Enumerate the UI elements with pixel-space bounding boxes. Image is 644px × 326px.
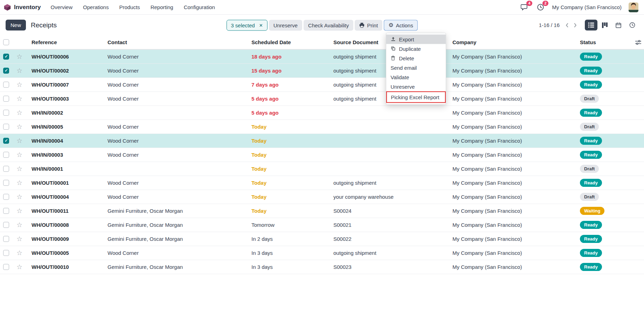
list-row[interactable]: ☆ WH/OUT/00009 Gemini Furniture, Oscar M… (0, 232, 644, 246)
selection-pill[interactable]: 3 selected ✕ (226, 20, 267, 30)
activities-button[interactable]: 2 (536, 3, 545, 12)
company-cell: My Company (San Francisco) (448, 166, 575, 172)
list-row[interactable]: ☆ WH/OUT/00003 Wood Corner 5 days ago ou… (0, 91, 644, 106)
select-all-checkbox[interactable] (3, 39, 9, 45)
activity-view-button[interactable] (626, 20, 638, 30)
list-row[interactable]: ☆ WH/OUT/00007 Wood Corner 7 days ago ou… (0, 77, 644, 91)
actions-menu-item[interactable]: Send email (386, 63, 446, 72)
row-checkbox[interactable] (3, 236, 9, 242)
list-row[interactable]: ☆ WH/OUT/00002 Wood Corner 15 days ago o… (0, 63, 644, 77)
contact-cell: Wood Corner (103, 180, 247, 186)
favorite-star-icon[interactable]: ☆ (16, 109, 22, 116)
list-row[interactable]: ☆ WH/IN/00002 5 days ago My Company (San… (0, 106, 644, 120)
list-row[interactable]: ☆ WH/OUT/00001 Wood Corner Today outgoin… (0, 176, 644, 190)
receipts-list: Reference Contact Scheduled Date Source … (0, 35, 644, 274)
list-row[interactable]: ☆ WH/OUT/00005 Wood Corner In 3 days out… (0, 246, 644, 260)
favorite-star-icon[interactable]: ☆ (16, 193, 22, 200)
status-badge: Ready (580, 151, 602, 159)
favorite-star-icon[interactable]: ☆ (16, 264, 22, 270)
column-header-company[interactable]: Company (448, 39, 575, 45)
list-view-button[interactable] (585, 20, 597, 30)
actions-menu-item[interactable]: Delete (386, 53, 446, 63)
adjust-columns-icon[interactable] (635, 40, 644, 45)
row-checkbox[interactable] (3, 222, 9, 228)
scheduled-date-cell: 5 days ago (247, 96, 328, 102)
favorite-star-icon[interactable]: ☆ (16, 179, 22, 186)
calendar-view-button[interactable] (612, 20, 625, 30)
unreserve-button[interactable]: Unreserve (269, 20, 302, 30)
actions-menu-item[interactable]: Export (386, 34, 446, 44)
list-row[interactable]: ☆ WH/OUT/00004 Wood Corner Today your co… (0, 190, 644, 204)
favorite-star-icon[interactable]: ☆ (16, 222, 22, 228)
print-button[interactable]: Print (355, 20, 382, 30)
nav-menu-item[interactable]: Configuration (180, 2, 219, 12)
row-checkbox[interactable] (3, 250, 9, 256)
favorite-star-icon[interactable]: ☆ (16, 95, 22, 102)
actions-menu-item[interactable]: Picking Excel Report (386, 91, 446, 103)
row-checkbox[interactable] (3, 82, 9, 88)
favorite-star-icon[interactable]: ☆ (16, 123, 22, 130)
status-badge: Ready (580, 249, 602, 257)
app-name[interactable]: Inventory (14, 4, 41, 11)
column-header-status[interactable]: Status (575, 39, 635, 45)
actions-button[interactable]: ⚙ Actions (384, 20, 418, 30)
actions-menu-item[interactable]: Duplicate (386, 44, 446, 53)
user-avatar[interactable] (629, 2, 638, 12)
actions-menu-item[interactable]: Unreserve (386, 82, 446, 91)
row-checkbox[interactable] (3, 264, 9, 270)
favorite-star-icon[interactable]: ☆ (16, 208, 22, 214)
favorite-star-icon[interactable]: ☆ (16, 81, 22, 88)
nav-menu-item[interactable]: Operations (79, 2, 112, 12)
row-checkbox[interactable] (3, 96, 9, 102)
row-checkbox[interactable] (3, 138, 9, 144)
list-row[interactable]: ☆ WH/IN/00001 Today My Company (San Fran… (0, 162, 644, 176)
list-row[interactable]: ☆ WH/IN/00004 Wood Corner Today My Compa… (0, 134, 644, 148)
favorite-star-icon[interactable]: ☆ (16, 165, 22, 172)
nav-menu-item[interactable]: Overview (47, 2, 76, 12)
row-checkbox[interactable] (3, 110, 9, 116)
favorite-star-icon[interactable]: ☆ (16, 250, 22, 256)
messages-button[interactable]: 4 (520, 3, 529, 12)
new-button[interactable]: New (6, 20, 26, 30)
contact-cell: Gemini Furniture, Oscar Morgan (103, 208, 247, 214)
list-row[interactable]: ☆ WH/IN/00003 Wood Corner Today My Compa… (0, 148, 644, 162)
row-checkbox[interactable] (3, 68, 9, 74)
row-checkbox[interactable] (3, 194, 9, 200)
nav-menu-item[interactable]: Reporting (147, 2, 177, 12)
contact-cell: Gemini Furniture, Oscar Morgan (103, 264, 247, 270)
actions-menu-item[interactable]: Validate (386, 72, 446, 82)
row-checkbox[interactable] (3, 152, 9, 158)
pager-next-button[interactable] (571, 21, 579, 29)
column-header-scheduled-date[interactable]: Scheduled Date (247, 39, 328, 45)
column-header-contact[interactable]: Contact (103, 39, 247, 45)
list-row[interactable]: ☆ WH/OUT/00011 Gemini Furniture, Oscar M… (0, 204, 644, 218)
row-checkbox[interactable] (3, 54, 9, 60)
control-panel: New Receipts 3 selected ✕ Unreserve Chec… (0, 15, 644, 35)
favorite-star-icon[interactable]: ☆ (16, 67, 22, 74)
company-cell: My Company (San Francisco) (448, 54, 575, 60)
favorite-star-icon[interactable]: ☆ (16, 137, 22, 144)
clear-selection-icon[interactable]: ✕ (259, 22, 263, 28)
row-checkbox[interactable] (3, 180, 9, 186)
row-checkbox[interactable] (3, 208, 9, 214)
company-switcher[interactable]: My Company (San Francisco) (552, 4, 622, 10)
row-checkbox[interactable] (3, 166, 9, 172)
list-row[interactable]: ☆ WH/OUT/00010 Gemini Furniture, Oscar M… (0, 260, 644, 274)
nav-menu-item[interactable]: Products (116, 2, 143, 12)
pager-previous-button[interactable] (563, 21, 571, 29)
contact-cell: Wood Corner (103, 68, 247, 74)
reference-cell: WH/OUT/00005 (27, 250, 103, 256)
check-availability-button[interactable]: Check Availability (304, 20, 353, 30)
column-header-reference[interactable]: Reference (27, 39, 103, 45)
favorite-star-icon[interactable]: ☆ (16, 151, 22, 158)
list-row[interactable]: ☆ WH/OUT/00006 Wood Corner 18 days ago o… (0, 49, 644, 63)
contact-cell: Wood Corner (103, 54, 247, 60)
kanban-view-button[interactable] (598, 20, 611, 30)
list-body: ☆ WH/OUT/00006 Wood Corner 18 days ago o… (0, 49, 644, 274)
list-row[interactable]: ☆ WH/OUT/00008 Gemini Furniture, Oscar M… (0, 218, 644, 232)
row-checkbox[interactable] (3, 124, 9, 130)
favorite-star-icon[interactable]: ☆ (16, 53, 22, 60)
list-row[interactable]: ☆ WH/IN/00005 Wood Corner Today My Compa… (0, 120, 644, 134)
inventory-app-icon[interactable] (4, 4, 11, 11)
favorite-star-icon[interactable]: ☆ (16, 236, 22, 242)
